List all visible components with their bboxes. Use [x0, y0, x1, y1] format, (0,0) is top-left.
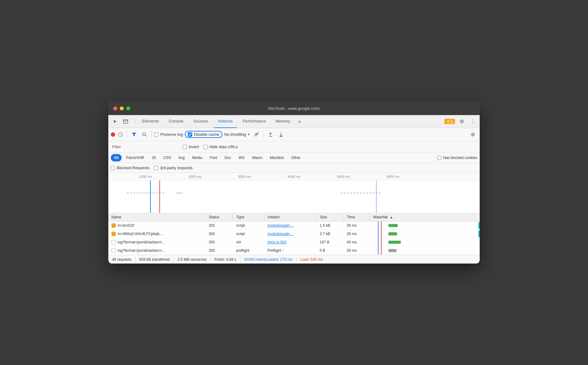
dock-icon[interactable] [121, 117, 130, 126]
throttle-select[interactable]: No throttling ▼ [224, 132, 250, 137]
tick-3000ms: 3000 ms [238, 175, 251, 178]
col-type[interactable]: Type [233, 213, 264, 221]
upload-icon[interactable] [266, 130, 275, 139]
col-initiator[interactable]: Initiator [264, 213, 317, 221]
has-blocked-cookies-checkbox[interactable]: Has blocked cookies [437, 156, 477, 160]
traffic-lights [113, 106, 130, 110]
tab-memory[interactable]: Memory [271, 115, 295, 128]
tab-bar: Elements Console Sources Network Perform… [108, 115, 480, 128]
type-btn-ws[interactable]: WS [236, 154, 248, 161]
search-icon[interactable] [140, 130, 149, 139]
svg-point-9 [472, 134, 474, 135]
network-settings-icon[interactable] [469, 130, 477, 139]
hide-data-urls-checkbox[interactable]: Hide data URLs [203, 144, 238, 149]
tab-divider [135, 118, 135, 125]
cell-time-1: 26 ms [344, 230, 370, 238]
svg-rect-0 [123, 120, 128, 123]
close-button[interactable] [113, 106, 117, 110]
col-waterfall[interactable]: Waterfall ▲ [370, 213, 480, 221]
type-btn-img[interactable]: Img [175, 154, 188, 161]
cursor-icon[interactable] [111, 117, 119, 126]
toolbar-divider-2 [151, 131, 152, 138]
cell-time-0: 28 ms [344, 221, 370, 230]
sort-arrow-icon: ▲ [390, 216, 393, 219]
waterfall-red-line-3 [381, 247, 382, 255]
network-table: Name Status Type Initiator Size [108, 213, 480, 255]
type-btn-all[interactable]: All [111, 154, 122, 161]
type-btn-js[interactable]: JS [149, 154, 159, 161]
tab-sources[interactable]: Sources [189, 115, 213, 128]
third-party-checkbox[interactable]: 3rd-party requests [154, 165, 193, 170]
timeline-ruler: 1000 ms 2000 ms 3000 ms 4000 ms 5000 ms … [108, 173, 480, 180]
tab-icons [111, 117, 130, 126]
disable-cache-checkbox[interactable]: Disable cache [188, 132, 219, 137]
disable-cache-input[interactable] [188, 132, 192, 137]
svg-point-4 [143, 133, 145, 135]
toolbar-divider-3 [263, 131, 264, 138]
maximize-button[interactable] [126, 106, 130, 110]
waterfall-teal-tick-0 [478, 222, 480, 229]
timeline-chart [108, 180, 480, 213]
tab-right-actions: ⚠ 1 ⚙ ⋮ [444, 117, 477, 126]
more-tabs-button[interactable]: » [296, 119, 304, 124]
invert-input[interactable] [183, 145, 187, 149]
requests-table: Name Status Type Initiator Size [108, 213, 480, 255]
tab-performance[interactable]: Performance [238, 115, 270, 128]
cell-initiator-3: Preflight ↑ [264, 247, 317, 255]
preserve-log-checkbox[interactable]: Preserve log [154, 132, 183, 137]
type-btn-wasm[interactable]: Wasm [249, 154, 266, 161]
table-row[interactable]: log?format=json&hasfast=t… 200 xhr xhrio… [108, 238, 480, 247]
warning-badge[interactable]: ⚠ 1 [444, 119, 455, 124]
col-time[interactable]: Time [344, 213, 370, 221]
settings-icon[interactable]: ⚙ [457, 117, 466, 126]
cell-size-3: 0 B [317, 247, 344, 255]
badge-icon: ⚠ [447, 119, 450, 123]
waterfall-bar-2 [388, 241, 401, 244]
toolbar-divider-1 [127, 131, 127, 138]
blocked-requests-checkbox[interactable]: Blocked Requests [111, 165, 149, 170]
cell-type-0: script [233, 221, 264, 230]
type-btn-fetch-xhr[interactable]: Fetch/XHR [123, 154, 147, 161]
dashed-line-3 [340, 193, 381, 193]
col-status[interactable]: Status [205, 213, 233, 221]
stop-button[interactable] [117, 131, 124, 138]
wifi-icon[interactable] [252, 130, 261, 139]
tick-4000ms: 4000 ms [288, 175, 300, 178]
tab-console[interactable]: Console [164, 115, 188, 128]
col-size[interactable]: Size [317, 213, 344, 221]
table-row[interactable]: 🔒 m=bm51tf 200 script moduleloader… 1.5 … [108, 221, 480, 230]
record-button[interactable] [111, 132, 115, 137]
table-row[interactable]: log?format=json&hasfast=t… 200 preflight… [108, 247, 480, 255]
tab-network[interactable]: Network [214, 115, 237, 128]
more-options-icon[interactable]: ⋮ [469, 117, 477, 126]
type-btn-font[interactable]: Font [206, 154, 220, 161]
col-name[interactable]: Name [108, 213, 205, 221]
status-bar: 46 requests 929 kB transferred 2.5 MB re… [108, 255, 480, 264]
preserve-log-input[interactable] [154, 132, 158, 137]
resources-size: 2.5 MB resources [174, 257, 210, 262]
download-icon[interactable] [277, 130, 285, 139]
timeline-area: 1000 ms 2000 ms 3000 ms 4000 ms 5000 ms … [108, 173, 480, 213]
blocked-requests-input[interactable] [111, 166, 115, 170]
filter-checkboxes: Invert Hide data URLs [183, 144, 238, 149]
table-row[interactable]: 🔒 m=Wt6vjf,hhhU8,FCpbqb,… 200 script mod… [108, 230, 480, 238]
has-blocked-cookies-input[interactable] [437, 156, 441, 160]
throttle-arrow-icon: ▼ [247, 133, 250, 136]
type-btn-other[interactable]: Other [288, 154, 304, 161]
type-btn-css[interactable]: CSS [160, 154, 174, 161]
filter-icon[interactable] [130, 130, 138, 139]
waterfall-teal-tick-1 [478, 230, 480, 237]
type-btn-manifest[interactable]: Manifest [267, 154, 287, 161]
hide-data-urls-input[interactable] [203, 145, 208, 149]
tick-2000ms: 2000 ms [188, 175, 201, 178]
cell-name-0: 🔒 m=bm51tf [108, 221, 205, 230]
waterfall-blue-line-3 [378, 247, 378, 255]
waterfall-blue-line-1 [378, 230, 378, 238]
third-party-input[interactable] [154, 166, 158, 170]
invert-checkbox[interactable]: Invert [183, 144, 199, 149]
cell-type-1: script [233, 230, 264, 238]
type-btn-doc[interactable]: Doc [221, 154, 234, 161]
minimize-button[interactable] [120, 106, 124, 110]
type-btn-media[interactable]: Media [189, 154, 205, 161]
tab-elements[interactable]: Elements [138, 115, 163, 128]
